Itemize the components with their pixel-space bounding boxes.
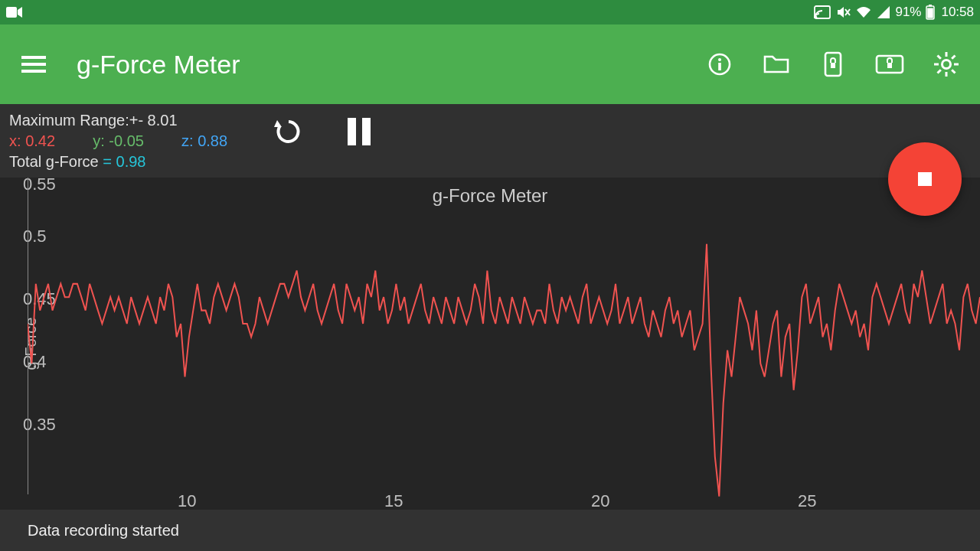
folder-button[interactable] [761, 49, 792, 80]
svg-line-26 [952, 56, 955, 59]
settings-button[interactable] [931, 49, 962, 80]
reset-button[interactable] [270, 113, 307, 150]
total-row: Total g-Force = 0.98 [9, 152, 227, 172]
svg-point-2 [815, 16, 818, 19]
video-recording-icon [6, 6, 23, 18]
battery-percent: 91% [895, 5, 921, 20]
svg-rect-0 [6, 7, 17, 18]
wifi-icon [855, 5, 872, 19]
landscape-lock-button[interactable] [874, 49, 905, 80]
max-range-label: Maximum Range: [9, 112, 129, 129]
svg-rect-8 [21, 56, 46, 59]
stop-icon [918, 172, 932, 186]
signal-icon [877, 5, 890, 19]
series-line [28, 244, 980, 497]
xyz-row: x: 0.42 y: -0.05 z: 0.88 [9, 131, 227, 152]
record-stop-fab[interactable] [888, 142, 962, 216]
status-bar: 91% 10:58 [0, 0, 980, 24]
svg-rect-13 [718, 63, 721, 70]
svg-rect-15 [831, 63, 835, 68]
cast-icon [814, 5, 831, 19]
svg-rect-28 [362, 118, 371, 145]
max-range-row: Maximum Range:+- 8.01 [9, 110, 227, 131]
y-label: y: [93, 132, 105, 149]
y-value: -0.05 [109, 132, 144, 149]
plot-canvas [28, 178, 980, 510]
info-strip: Maximum Range:+- 8.01 x: 0.42 y: -0.05 z… [0, 104, 980, 178]
svg-line-24 [952, 70, 955, 73]
total-label: Total g-Force [9, 153, 99, 170]
info-button[interactable] [704, 49, 735, 80]
svg-rect-9 [21, 63, 46, 66]
max-range-value: +- 8.01 [129, 112, 178, 129]
svg-rect-17 [887, 63, 892, 68]
svg-rect-6 [929, 5, 932, 7]
menu-button[interactable] [18, 49, 49, 80]
svg-rect-27 [348, 118, 356, 145]
mute-icon [835, 5, 851, 20]
z-value: 0.88 [198, 132, 227, 149]
svg-line-23 [938, 56, 941, 59]
svg-point-12 [718, 58, 721, 61]
z-label: z: [181, 132, 194, 149]
total-eq: = [103, 153, 112, 170]
toast-bar: Data recording started [0, 510, 980, 551]
x-label: x: [9, 132, 21, 149]
svg-rect-7 [928, 8, 934, 18]
portrait-lock-button[interactable] [818, 49, 848, 80]
x-value: 0.42 [25, 132, 55, 149]
svg-rect-10 [21, 70, 46, 73]
app-title: g-Force Meter [77, 50, 704, 80]
total-value: 0.98 [116, 153, 146, 170]
battery-icon [926, 5, 935, 20]
toast-text: Data recording started [28, 522, 179, 540]
svg-line-25 [938, 70, 941, 73]
svg-point-18 [942, 60, 951, 69]
clock: 10:58 [941, 5, 974, 20]
app-bar: g-Force Meter [0, 24, 980, 104]
pause-button[interactable] [341, 113, 377, 150]
chart-area[interactable]: g-Force Meter g-Force 0.55 0.5 0.45 0.4 … [0, 178, 980, 510]
